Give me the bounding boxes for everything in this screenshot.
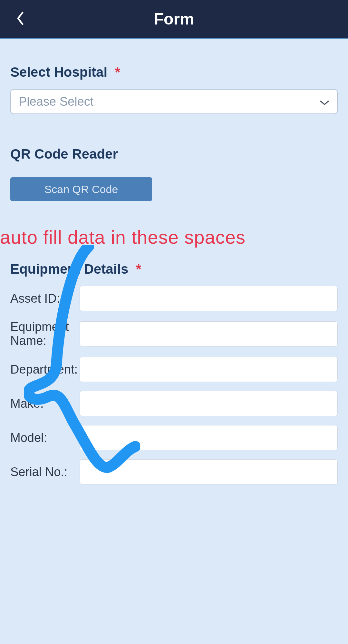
department-input[interactable] bbox=[80, 357, 338, 382]
serial-no-input[interactable] bbox=[80, 459, 338, 484]
make-label: Make: bbox=[10, 397, 80, 411]
qr-reader-label: QR Code Reader bbox=[10, 146, 338, 162]
annotation-text: auto fill data in these spaces bbox=[0, 226, 338, 248]
equipment-name-row: Equipment Name: bbox=[10, 320, 338, 348]
equipment-section: Equipment Details * Asset ID: Equipment … bbox=[10, 261, 338, 484]
required-asterisk: * bbox=[136, 261, 141, 277]
back-icon[interactable] bbox=[16, 11, 25, 27]
equipment-name-label: Equipment Name: bbox=[10, 320, 80, 348]
qr-section: QR Code Reader Scan QR Code bbox=[10, 146, 338, 201]
required-asterisk: * bbox=[115, 64, 120, 80]
select-hospital-label: Select Hospital * bbox=[10, 64, 338, 80]
model-input[interactable] bbox=[80, 425, 338, 450]
department-row: Department: bbox=[10, 357, 338, 382]
department-label: Department: bbox=[10, 363, 80, 376]
page-title: Form bbox=[0, 10, 348, 28]
model-label: Model: bbox=[10, 431, 80, 445]
select-hospital-dropdown[interactable]: Please Select bbox=[10, 89, 338, 114]
app-header: Form bbox=[0, 0, 348, 39]
scan-qr-button[interactable]: Scan QR Code bbox=[10, 177, 152, 201]
asset-id-label: Asset ID: bbox=[10, 292, 80, 306]
make-input[interactable] bbox=[80, 391, 338, 416]
model-row: Model: bbox=[10, 425, 338, 450]
serial-no-label: Serial No.: bbox=[10, 465, 80, 479]
equipment-details-label: Equipment Details * bbox=[10, 261, 338, 277]
chevron-down-icon bbox=[320, 95, 329, 109]
equipment-details-label-text: Equipment Details bbox=[10, 261, 128, 277]
serial-no-row: Serial No.: bbox=[10, 459, 338, 484]
form-body: Select Hospital * Please Select QR Code … bbox=[0, 39, 348, 484]
select-hospital-placeholder: Please Select bbox=[19, 95, 93, 109]
asset-id-row: Asset ID: bbox=[10, 286, 338, 311]
select-hospital-wrapper: Please Select bbox=[10, 89, 338, 114]
select-hospital-label-text: Select Hospital bbox=[10, 64, 107, 80]
make-row: Make: bbox=[10, 391, 338, 416]
asset-id-input[interactable] bbox=[80, 286, 338, 311]
equipment-name-input[interactable] bbox=[80, 321, 338, 346]
